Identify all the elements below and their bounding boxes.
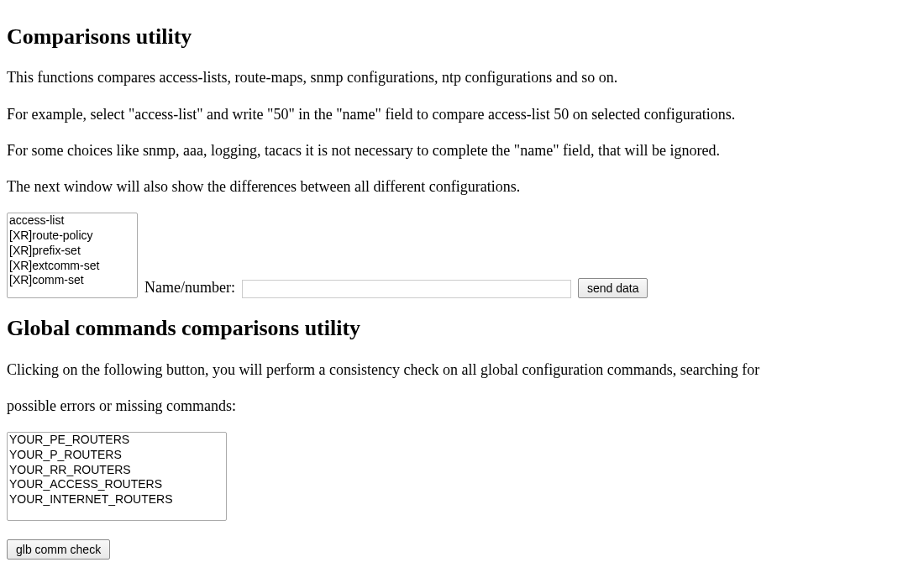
section1-p4: The next window will also show the diffe… [7, 176, 917, 197]
config-option[interactable]: [XR]route-policy [8, 229, 137, 244]
name-number-input[interactable] [242, 280, 571, 298]
config-type-select[interactable]: access-list [XR]route-policy [XR]prefix-… [7, 213, 138, 298]
router-group-select[interactable]: YOUR_PE_ROUTERS YOUR_P_ROUTERS YOUR_RR_R… [7, 432, 227, 521]
router-option[interactable]: YOUR_RR_ROUTERS [8, 463, 226, 478]
config-option[interactable]: [XR]comm-set [8, 273, 137, 288]
router-option[interactable]: YOUR_ACCESS_ROUTERS [8, 477, 226, 492]
section2-title: Global commands comparisons utility [7, 313, 917, 344]
name-number-label: Name/number: [144, 277, 235, 298]
config-option[interactable]: [XR]extcomm-set [8, 259, 137, 274]
glb-comm-check-button[interactable]: glb comm check [7, 539, 110, 560]
router-select-row: YOUR_PE_ROUTERS YOUR_P_ROUTERS YOUR_RR_R… [7, 432, 917, 523]
send-data-button[interactable]: send data [578, 278, 648, 298]
config-option[interactable]: access-list [8, 213, 137, 229]
comparison-form-row: access-list [XR]route-policy [XR]prefix-… [7, 213, 917, 298]
section1-p1: This functions compares access-lists, ro… [7, 67, 917, 88]
config-option[interactable]: [XR]prefix-set [8, 244, 137, 259]
router-option[interactable]: YOUR_INTERNET_ROUTERS [8, 492, 226, 507]
section2-p1: Clicking on the following button, you wi… [7, 360, 917, 381]
router-option[interactable]: YOUR_PE_ROUTERS [8, 433, 226, 448]
section2-p2: possible errors or missing commands: [7, 396, 917, 417]
section1-p2: For example, select "access-list" and wr… [7, 104, 917, 125]
section1-title: Comparisons utility [7, 22, 917, 52]
section1-p3: For some choices like snmp, aaa, logging… [7, 140, 917, 161]
glb-button-row: glb comm check [7, 539, 917, 560]
router-option[interactable]: YOUR_P_ROUTERS [8, 448, 226, 463]
